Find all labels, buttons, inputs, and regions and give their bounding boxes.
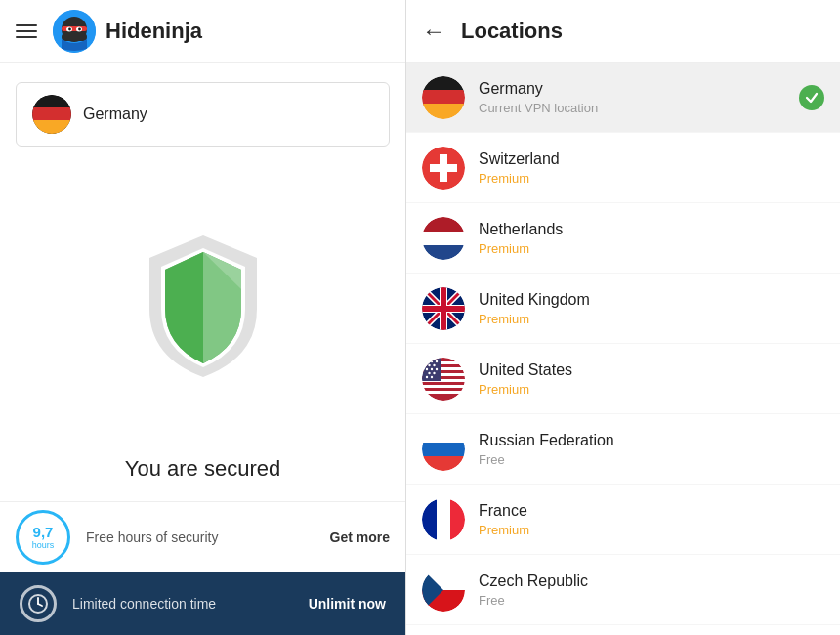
svg-rect-44 [422, 382, 465, 385]
svg-point-54 [431, 367, 433, 369]
location-info: SwitzerlandPremium [479, 149, 824, 187]
location-info: GermanyCurrent VPN location [479, 79, 785, 116]
app-logo [53, 10, 96, 53]
location-item[interactable]: PolandPremium [406, 625, 840, 635]
svg-point-51 [428, 363, 430, 365]
flag-usa [422, 358, 465, 401]
svg-rect-63 [422, 456, 465, 471]
svg-point-55 [436, 367, 438, 369]
svg-point-49 [431, 360, 433, 361]
selected-flag [32, 95, 71, 134]
svg-point-52 [433, 363, 435, 365]
location-name: France [479, 501, 824, 522]
unlimit-now-button[interactable]: Unlimit now [309, 596, 386, 612]
app-title: Hideninja [105, 19, 202, 44]
location-info: Czech RepublicFree [479, 572, 824, 609]
location-info: NetherlandsPremium [479, 220, 824, 257]
svg-point-57 [433, 371, 435, 373]
location-list: GermanyCurrent VPN locationSwitzerlandPr… [406, 63, 840, 635]
clock-icon [20, 585, 57, 622]
location-item[interactable]: Russian FederationFree [406, 414, 840, 485]
location-sub: Free [479, 452, 824, 467]
svg-rect-27 [422, 245, 465, 260]
location-item[interactable]: Czech RepublicFree [406, 555, 840, 625]
flag-france [422, 498, 465, 541]
svg-rect-61 [422, 428, 465, 443]
svg-rect-26 [422, 232, 465, 245]
hours-circle: 9,7 hours [16, 510, 70, 565]
selected-country-name: Germany [83, 105, 147, 125]
location-name: Switzerland [479, 149, 824, 170]
right-header: ← Locations [406, 0, 840, 63]
flag-switzerland [422, 147, 465, 190]
location-info: United StatesPremium [479, 360, 824, 398]
bottom-bar: 9,7 hours Free hours of security Get mor… [0, 502, 405, 572]
free-hours-label: Free hours of security [86, 529, 315, 545]
check-icon [799, 85, 824, 110]
location-sub: Premium [479, 312, 824, 326]
svg-point-58 [426, 375, 428, 377]
svg-point-6 [78, 27, 81, 30]
hours-number: 9,7 [33, 525, 54, 541]
location-name: United Kingdom [479, 290, 824, 311]
back-button[interactable]: ← [422, 18, 445, 45]
secured-text: You are secured [0, 446, 405, 501]
svg-rect-62 [422, 443, 465, 456]
flag-uk [422, 287, 465, 330]
svg-rect-18 [422, 90, 465, 106]
svg-rect-40 [422, 358, 465, 361]
location-name: United States [479, 360, 824, 381]
location-info: FrancePremium [479, 501, 824, 538]
left-header: Hideninja [0, 0, 405, 63]
location-info: Russian FederationFree [479, 431, 824, 468]
location-name: Czech Republic [479, 572, 824, 592]
location-sub: Premium [479, 171, 824, 186]
svg-rect-23 [430, 164, 457, 172]
hamburger-menu[interactable] [16, 24, 37, 38]
location-item[interactable]: NetherlandsPremium [406, 203, 840, 274]
svg-rect-12 [32, 120, 71, 134]
flag-czech [422, 569, 465, 612]
location-item[interactable]: GermanyCurrent VPN location [406, 63, 840, 133]
svg-point-56 [428, 371, 430, 373]
location-sub: Current VPN location [479, 101, 785, 115]
svg-rect-25 [422, 217, 465, 232]
svg-point-50 [436, 360, 438, 361]
right-panel: ← Locations GermanyCurrent VPN locationS… [405, 0, 840, 635]
svg-point-59 [431, 375, 433, 377]
get-more-button[interactable]: Get more [330, 529, 390, 545]
unlimited-bar: Limited connection time Unlimit now [0, 572, 405, 635]
location-name: Russian Federation [479, 431, 824, 451]
location-bar[interactable]: Germany [16, 82, 390, 147]
location-name: Germany [479, 79, 785, 100]
flag-russia [422, 428, 465, 471]
left-panel: Hideninja Germany [0, 0, 405, 635]
location-item[interactable]: SwitzerlandPremium [406, 133, 840, 203]
svg-rect-45 [422, 388, 465, 391]
svg-rect-17 [422, 76, 465, 92]
svg-point-5 [68, 27, 71, 30]
location-sub: Premium [479, 382, 824, 397]
location-item[interactable]: FrancePremium [406, 485, 840, 555]
svg-rect-2 [62, 26, 87, 31]
svg-point-53 [426, 367, 428, 369]
shield-container [0, 147, 405, 446]
svg-rect-66 [422, 498, 437, 541]
svg-rect-10 [32, 95, 71, 108]
location-name: Netherlands [479, 220, 824, 240]
svg-rect-11 [32, 107, 71, 121]
hours-unit: hours [32, 540, 55, 550]
flag-netherlands [422, 217, 465, 260]
svg-point-48 [426, 360, 428, 361]
limited-time-text: Limited connection time [72, 596, 293, 612]
locations-title: Locations [461, 19, 563, 44]
svg-rect-67 [450, 498, 465, 541]
location-sub: Free [479, 593, 824, 608]
svg-rect-7 [62, 33, 87, 41]
location-info: United KingdomPremium [479, 290, 824, 327]
flag-germany [422, 76, 465, 119]
shield-icon [140, 231, 267, 382]
location-item[interactable]: United KingdomPremium [406, 274, 840, 344]
location-item[interactable]: United StatesPremium [406, 344, 840, 414]
svg-rect-19 [422, 104, 465, 119]
